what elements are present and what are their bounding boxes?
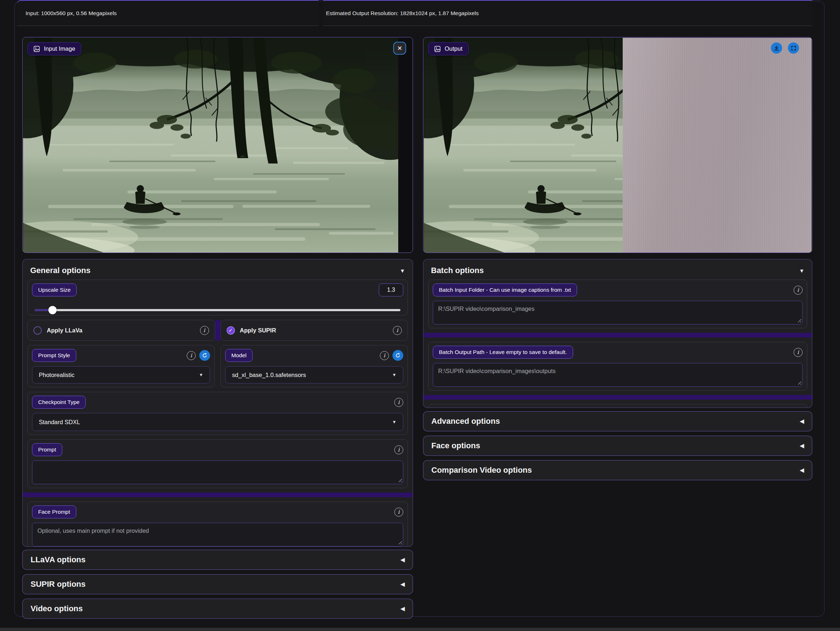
vertical-divider [215, 320, 221, 341]
prompt-style-label: Prompt Style [32, 349, 76, 362]
advanced-options-title: Advanced options [431, 416, 500, 426]
checkpoint-type-label: Checkpoint Type [32, 396, 85, 409]
output-comparison-area[interactable] [623, 38, 812, 252]
general-options-header[interactable]: General options ▼ [27, 264, 408, 279]
info-icon[interactable]: i [794, 348, 802, 357]
model-dropdown[interactable]: sd_xl_base_1.0.safetensors ▼ [225, 366, 403, 383]
refresh-models-button[interactable] [393, 350, 403, 361]
model-card: Model i sd_xl_base_1.0.safetensors ▼ [221, 345, 408, 388]
output-resolution-info: Estimated Output Resolution: 1828x1024 p… [323, 0, 812, 26]
upscale-size-label: Upscale Size [32, 284, 77, 297]
prompt-textarea[interactable] [32, 461, 403, 484]
section-divider [423, 333, 812, 338]
supir-options-title: SUPIR options [31, 580, 85, 589]
prompt-style-dropdown[interactable]: Photorealistic ▼ [32, 366, 210, 383]
apply-supir-card: ✓ Apply SUPIR i [221, 320, 408, 341]
face-prompt-textarea[interactable]: Optional, uses main prompt if not provid… [32, 523, 403, 546]
advanced-options-accordion[interactable]: Advanced options ◀ [423, 411, 812, 431]
batch-output-path-label: Batch Output Path - Leave empty to save … [433, 346, 573, 359]
batch-input-folder-label: Batch Input Folder - Can use image capti… [433, 284, 577, 297]
chevron-down-icon: ▼ [392, 420, 396, 424]
slider-track[interactable] [35, 309, 400, 311]
model-label: Model [225, 349, 253, 362]
input-resolution-text: Input: 1000x560 px, 0.56 Megapixels [25, 10, 117, 17]
llava-options-accordion[interactable]: LLaVA options ◀ [22, 550, 413, 570]
checkpoint-type-dropdown[interactable]: Standard SDXL ▼ [32, 413, 403, 431]
input-image-panel[interactable]: Input Image ✕ [22, 37, 413, 253]
batch-options-group: Batch options ▼ Batch Input Folder - Can… [423, 259, 812, 408]
output-resolution-text: Estimated Output Resolution: 1828x1024 p… [326, 10, 479, 17]
collapse-arrow-icon: ▼ [799, 268, 804, 274]
batch-options-header[interactable]: Batch options ▼ [428, 264, 807, 279]
section-divider [23, 492, 413, 497]
model-value: sd_xl_base_1.0.safetensors [232, 372, 306, 379]
clear-input-image-button[interactable]: ✕ [393, 42, 406, 55]
face-prompt-label: Face Prompt [32, 505, 76, 518]
face-options-accordion[interactable]: Face options ◀ [423, 435, 812, 456]
collapse-arrow-icon: ◀ [400, 606, 405, 612]
checkpoint-type-box: Checkpoint Type i Standard SDXL ▼ [27, 392, 408, 435]
save-captions-card: ✓ Save Captions i [428, 404, 807, 408]
apply-supir-checkbox[interactable]: ✓ [227, 326, 235, 334]
info-icon[interactable]: i [394, 445, 403, 454]
input-image-badge-label: Input Image [44, 45, 75, 52]
image-icon [33, 46, 40, 52]
general-options-title: General options [30, 266, 90, 275]
output-image[interactable] [424, 38, 624, 252]
prompt-style-value: Photorealistic [39, 372, 74, 379]
collapse-arrow-icon: ◀ [400, 557, 405, 563]
slider-thumb[interactable] [48, 306, 57, 314]
refresh-prompt-styles-button[interactable] [199, 350, 210, 361]
prompt-style-card: Prompt Style i Photorealistic ▼ [27, 345, 215, 388]
prompt-box: Prompt i [27, 439, 408, 488]
video-options-accordion[interactable]: Video options ◀ [22, 599, 413, 619]
refresh-icon [202, 353, 208, 358]
output-badge-label: Output [445, 45, 463, 52]
batch-output-path-box: Batch Output Path - Leave empty to save … [428, 342, 807, 391]
horizontal-scrollbar[interactable] [0, 628, 840, 631]
face-prompt-box: Face Prompt i Optional, uses main prompt… [27, 502, 408, 547]
upscale-size-box: Upscale Size 1.3 [27, 279, 408, 316]
info-icon[interactable]: i [380, 351, 389, 360]
apply-supir-label: Apply SUPIR [240, 327, 276, 334]
info-icon[interactable]: i [394, 398, 403, 407]
batch-input-folder-textarea[interactable]: R:\SUPIR video\comparison_images [433, 301, 802, 325]
input-resolution-info: Input: 1000x560 px, 0.56 Megapixels [17, 0, 319, 26]
upscale-size-slider[interactable] [35, 306, 400, 314]
output-image-panel[interactable]: Output [423, 37, 812, 253]
collapse-arrow-icon: ◀ [800, 418, 804, 424]
batch-input-folder-box: Batch Input Folder - Can use image capti… [428, 279, 807, 328]
info-icon[interactable]: i [200, 326, 209, 335]
info-icon[interactable]: i [187, 351, 196, 360]
section-divider [423, 395, 812, 400]
output-badge: Output [428, 42, 469, 55]
collapse-arrow-icon: ◀ [400, 581, 405, 587]
general-options-group: General options ▼ Upscale Size 1.3 ✓ App… [22, 259, 413, 547]
batch-output-path-textarea[interactable]: R:\SUPIR video\comparison_images\outputs [433, 363, 802, 387]
collapse-arrow-icon: ▼ [399, 268, 405, 274]
apply-llava-label: Apply LLaVa [47, 327, 82, 334]
comparison-video-options-accordion[interactable]: Comparison Video options ◀ [423, 460, 812, 480]
download-output-button[interactable] [771, 43, 782, 54]
info-icon[interactable]: i [794, 286, 802, 295]
fullscreen-output-button[interactable] [788, 43, 799, 54]
upscale-size-value[interactable]: 1.3 [379, 284, 403, 297]
collapse-arrow-icon: ◀ [800, 467, 804, 473]
info-icon[interactable]: i [393, 326, 402, 335]
info-icon[interactable]: i [394, 508, 403, 517]
face-options-title: Face options [431, 441, 480, 450]
video-options-title: Video options [31, 604, 83, 614]
input-image[interactable] [23, 38, 398, 252]
input-image-badge: Input Image [27, 42, 81, 55]
supir-options-accordion[interactable]: SUPIR options ◀ [22, 574, 413, 594]
llava-options-title: LLaVA options [31, 555, 85, 565]
apply-llava-card: ✓ Apply LLaVa i [27, 320, 215, 341]
checkpoint-type-value: Standard SDXL [39, 419, 80, 426]
fullscreen-icon [791, 45, 796, 51]
comparison-video-options-title: Comparison Video options [431, 465, 532, 475]
download-icon [774, 45, 780, 51]
chevron-down-icon: ▼ [199, 372, 203, 377]
close-icon: ✕ [397, 44, 402, 52]
apply-llava-checkbox[interactable]: ✓ [33, 326, 42, 334]
batch-options-title: Batch options [431, 266, 484, 275]
